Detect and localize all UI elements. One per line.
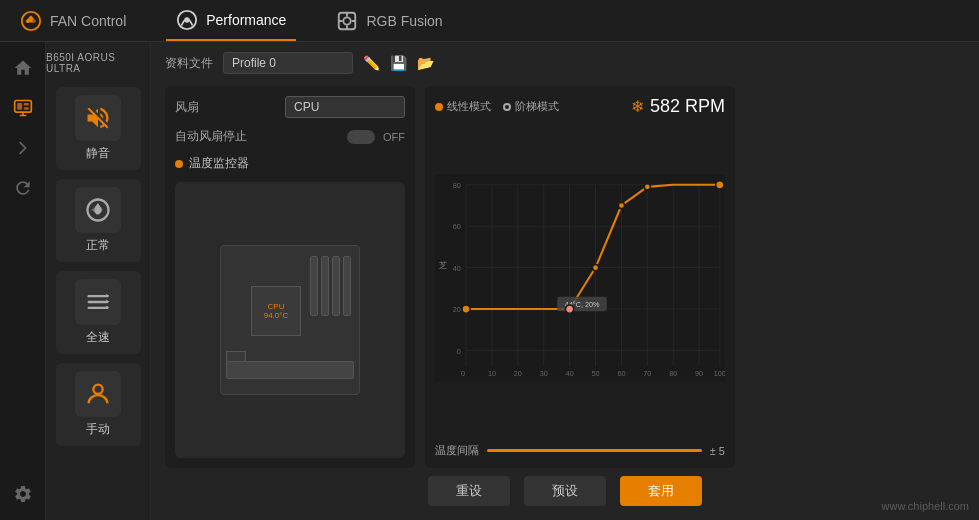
linear-mode-label: 线性模式 bbox=[447, 99, 491, 114]
svg-rect-12 bbox=[88, 307, 109, 309]
temp-interval-label: 温度间隔 bbox=[435, 443, 479, 458]
fan-select-row: 风扇 CPU SYS1 SYS2 bbox=[175, 96, 405, 118]
rgb-fusion-icon bbox=[336, 10, 358, 32]
svg-rect-7 bbox=[17, 103, 22, 110]
mode-normal[interactable]: 正常 bbox=[56, 179, 141, 262]
step-mode-dot bbox=[503, 103, 511, 111]
fan-chart-row: 风扇 CPU SYS1 SYS2 自动风扇停止 OFF bbox=[165, 86, 965, 468]
svg-text:90: 90 bbox=[695, 369, 703, 378]
motherboard-board: CPU 94.0°C bbox=[220, 245, 360, 395]
step-mode-option[interactable]: 阶梯模式 bbox=[503, 99, 559, 114]
pcie-slot bbox=[226, 361, 354, 379]
left-sidebar bbox=[0, 42, 46, 520]
svg-text:70: 70 bbox=[643, 369, 651, 378]
svg-point-13 bbox=[93, 385, 102, 394]
svg-text:60: 60 bbox=[453, 222, 461, 231]
step-mode-label: 阶梯模式 bbox=[515, 99, 559, 114]
svg-point-3 bbox=[185, 17, 191, 23]
auto-stop-row: 自动风扇停止 OFF bbox=[175, 128, 405, 145]
monitor-label: 温度监控器 bbox=[189, 155, 249, 172]
temp-interval-slider[interactable] bbox=[487, 449, 702, 452]
main-content: 资料文件 Profile 0 Profile 1 Profile 2 ✏️ 💾 … bbox=[151, 42, 979, 520]
toggle-switch[interactable] bbox=[347, 130, 375, 144]
svg-text:0: 0 bbox=[461, 369, 465, 378]
chart-modes: 线性模式 阶梯模式 bbox=[435, 99, 559, 114]
mode-manual[interactable]: 手动 bbox=[56, 363, 141, 446]
profile-save-icon[interactable]: 💾 bbox=[390, 55, 407, 71]
svg-point-54 bbox=[644, 184, 650, 190]
fan-select[interactable]: CPU SYS1 SYS2 bbox=[285, 96, 405, 118]
profile-load-icon[interactable]: 📂 bbox=[417, 55, 434, 71]
svg-text:60: 60 bbox=[617, 369, 625, 378]
svg-point-55 bbox=[716, 181, 724, 189]
mode-normal-icon bbox=[75, 187, 121, 233]
svg-text:20: 20 bbox=[514, 369, 522, 378]
nav-performance[interactable]: Performance bbox=[166, 0, 296, 41]
svg-text:0: 0 bbox=[457, 347, 461, 356]
svg-point-52 bbox=[592, 265, 598, 271]
chart-panel: 线性模式 阶梯模式 ❄ 582 RPM bbox=[425, 86, 735, 468]
temp-interval-row: 温度间隔 ± 5 bbox=[435, 443, 725, 458]
preset-button[interactable]: 预设 bbox=[524, 476, 606, 506]
mode-full-speed-label: 全速 bbox=[86, 329, 110, 346]
svg-text:100: 100 bbox=[714, 369, 725, 378]
cpu-temp: 94.0°C bbox=[264, 311, 289, 320]
sidebar-refresh[interactable] bbox=[7, 172, 39, 204]
svg-rect-9 bbox=[23, 107, 28, 110]
toggle-state: OFF bbox=[383, 131, 405, 143]
svg-text:80: 80 bbox=[453, 181, 461, 190]
nav-rgb-fusion[interactable]: RGB Fusion bbox=[326, 0, 452, 41]
fan-control-label: FAN Control bbox=[50, 13, 126, 29]
profile-bar: 资料文件 Profile 0 Profile 1 Profile 2 ✏️ 💾 … bbox=[165, 52, 965, 74]
chart-header: 线性模式 阶梯模式 ❄ 582 RPM bbox=[435, 96, 725, 117]
auto-stop-toggle[interactable]: OFF bbox=[347, 130, 405, 144]
mode-full-speed[interactable]: 全速 bbox=[56, 271, 141, 354]
sidebar-arrow[interactable] bbox=[7, 132, 39, 164]
fan-settings-panel: 风扇 CPU SYS1 SYS2 自动风扇停止 OFF bbox=[165, 86, 415, 468]
sidebar-settings[interactable] bbox=[7, 478, 39, 510]
monitor-dot bbox=[175, 160, 183, 168]
cpu-label: CPU bbox=[268, 302, 285, 311]
mode-silent-label: 静音 bbox=[86, 145, 110, 162]
svg-text:80: 80 bbox=[669, 369, 677, 378]
apply-button[interactable]: 套用 bbox=[620, 476, 702, 506]
svg-text:30: 30 bbox=[540, 369, 548, 378]
svg-point-53 bbox=[618, 202, 624, 208]
fan-chart-svg[interactable]: 0 10 20 30 40 50 60 70 80 90 100 0 20 bbox=[435, 123, 725, 433]
mode-panel-title: B650I AORUS ULTRA bbox=[46, 52, 150, 74]
ram-slot-3 bbox=[332, 256, 340, 316]
linear-mode-option[interactable]: 线性模式 bbox=[435, 99, 491, 114]
mode-panel: B650I AORUS ULTRA 静音 正常 bbox=[46, 42, 151, 520]
ram-slot-1 bbox=[310, 256, 318, 316]
sidebar-display[interactable] bbox=[7, 92, 39, 124]
reset-button[interactable]: 重设 bbox=[428, 476, 510, 506]
chart-container: 0 10 20 30 40 50 60 70 80 90 100 0 20 bbox=[435, 123, 725, 433]
svg-rect-8 bbox=[23, 103, 28, 106]
svg-rect-11 bbox=[88, 301, 109, 303]
performance-icon bbox=[176, 9, 198, 31]
sidebar-home[interactable] bbox=[7, 52, 39, 84]
svg-point-51 bbox=[566, 305, 574, 313]
svg-point-5 bbox=[344, 17, 351, 24]
svg-point-50 bbox=[462, 305, 470, 313]
mode-silent[interactable]: 静音 bbox=[56, 87, 141, 170]
ram-slots bbox=[310, 256, 351, 316]
profile-select[interactable]: Profile 0 Profile 1 Profile 2 bbox=[223, 52, 353, 74]
mode-manual-label: 手动 bbox=[86, 421, 110, 438]
fan-label: 风扇 bbox=[175, 99, 199, 116]
nav-fan-control[interactable]: FAN Control bbox=[10, 0, 136, 41]
top-nav: FAN Control Performance RGB Fusion bbox=[0, 0, 979, 42]
rpm-display: ❄ 582 RPM bbox=[631, 96, 725, 117]
svg-rect-10 bbox=[88, 295, 109, 297]
profile-edit-icon[interactable]: ✏️ bbox=[363, 55, 380, 71]
watermark: www.chiphell.com bbox=[882, 500, 969, 512]
fan-control-icon bbox=[20, 10, 42, 32]
ram-slot-4 bbox=[343, 256, 351, 316]
bottom-buttons: 重设 预设 套用 bbox=[165, 468, 965, 510]
ram-slot-2 bbox=[321, 256, 329, 316]
cpu-box: CPU 94.0°C bbox=[251, 286, 301, 336]
mode-full-speed-icon bbox=[75, 279, 121, 325]
auto-stop-label: 自动风扇停止 bbox=[175, 128, 247, 145]
rpm-value: 582 RPM bbox=[650, 96, 725, 117]
linear-mode-dot bbox=[435, 103, 443, 111]
